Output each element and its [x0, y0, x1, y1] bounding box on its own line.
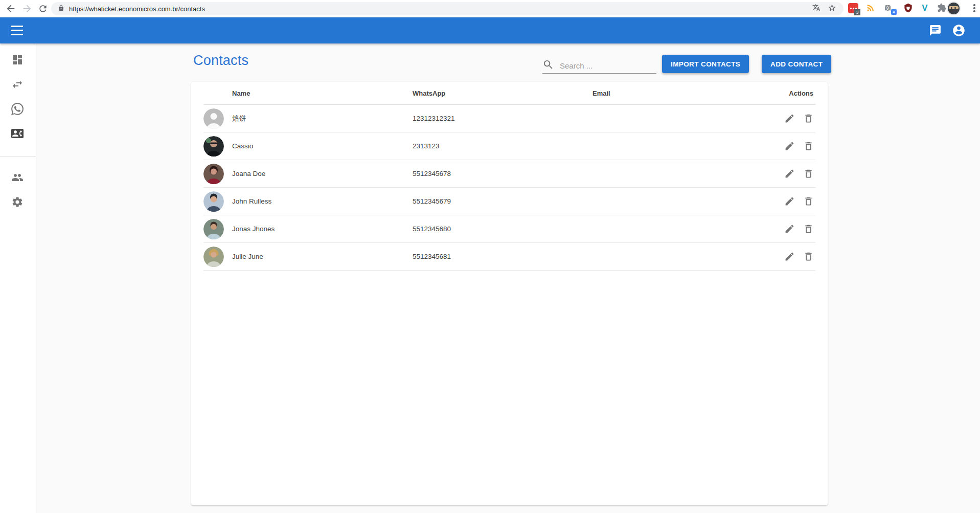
contact-name: Jonas Jhones	[232, 225, 275, 233]
dashboard-icon	[11, 54, 24, 66]
sidebar-item-contacts[interactable]	[0, 121, 36, 146]
edit-icon[interactable]	[783, 111, 796, 125]
delete-icon[interactable]	[802, 167, 815, 181]
forward-icon[interactable]	[21, 3, 33, 14]
contact-whatsapp: 5512345679	[413, 197, 592, 205]
translate-glyph: 文	[885, 5, 891, 11]
contact-name: Julie June	[232, 253, 263, 260]
translate-sub-glyph: A	[891, 9, 897, 15]
delete-icon[interactable]	[802, 139, 815, 153]
avatar	[203, 219, 224, 239]
edit-icon[interactable]	[783, 167, 796, 181]
table-row: 烙饼 12312312321	[203, 105, 815, 132]
table-row: Jonas Jhones 5512345680	[203, 215, 815, 243]
search-field	[542, 58, 656, 74]
header-name: Name	[203, 90, 413, 97]
avatar	[203, 136, 224, 157]
sidebar-item-settings[interactable]	[0, 190, 36, 214]
contact-whatsapp: 12312312321	[413, 115, 592, 122]
ninja-avatar	[948, 3, 960, 14]
edit-icon[interactable]	[783, 250, 796, 263]
main-content: Contacts IMPORT CONTACTS ADD CONTACT Nam…	[36, 43, 980, 513]
table-row: Julie June 5512345681	[203, 243, 815, 271]
screen: https://whaticket.economicros.com.br/con…	[0, 0, 980, 513]
browser-profile-avatar[interactable]	[947, 2, 961, 15]
contact-card-icon	[11, 127, 24, 140]
table-row: John Rulless 5512345679	[203, 188, 815, 215]
browser-menu-icon[interactable]	[969, 3, 980, 14]
edit-icon[interactable]	[783, 222, 796, 236]
address-bar[interactable]: https://whaticket.economicros.com.br/con…	[51, 2, 844, 15]
page-title: Contacts	[193, 53, 248, 69]
translate-icon[interactable]	[812, 4, 821, 14]
gear-icon	[11, 196, 24, 208]
bookmark-star-icon[interactable]	[828, 4, 836, 14]
back-icon[interactable]	[5, 3, 16, 14]
table-row: Joana Doe 5512345678	[203, 160, 815, 188]
delete-icon[interactable]	[802, 194, 815, 208]
browser-toolbar: https://whaticket.economicros.com.br/con…	[0, 0, 980, 17]
header-whatsapp: WhatsApp	[413, 90, 592, 97]
url-text: https://whaticket.economicros.com.br/con…	[69, 5, 812, 13]
contact-name: Joana Doe	[232, 170, 265, 177]
avatar	[203, 191, 224, 212]
sidebar-item-dashboard[interactable]	[0, 48, 36, 72]
contact-whatsapp: 5512345681	[413, 253, 592, 260]
avatar	[203, 108, 224, 129]
whatsapp-icon	[11, 103, 24, 115]
account-circle-icon[interactable]	[951, 24, 966, 38]
search-input[interactable]	[559, 61, 648, 71]
sidebar	[0, 43, 36, 513]
delete-icon[interactable]	[802, 222, 815, 236]
table-row: Cassio 2313123	[203, 132, 815, 160]
extension-badge: 3	[854, 9, 861, 16]
reload-icon[interactable]	[38, 3, 49, 14]
chat-icon[interactable]	[928, 24, 942, 38]
vimium-extension-icon[interactable]: V	[920, 3, 930, 13]
contact-whatsapp: 5512345678	[413, 170, 592, 177]
ublock-extension-icon[interactable]	[903, 3, 914, 13]
add-contact-button[interactable]: ADD CONTACT	[762, 55, 831, 73]
edit-icon[interactable]	[783, 139, 796, 153]
contact-name: John Rulless	[232, 197, 271, 205]
lock-icon	[58, 4, 64, 13]
contact-name: Cassio	[232, 142, 253, 150]
people-icon	[11, 171, 24, 184]
contact-whatsapp: 2313123	[413, 142, 592, 150]
delete-icon[interactable]	[802, 111, 815, 125]
sidebar-item-tickets[interactable]	[0, 97, 36, 121]
google-translate-extension-icon[interactable]: 文 A	[885, 3, 895, 13]
contact-whatsapp: 5512345680	[413, 225, 592, 233]
hamburger-menu-icon[interactable]	[11, 24, 25, 38]
contact-name: 烙饼	[232, 114, 246, 123]
contacts-table-card: Name WhatsApp Email Actions 烙饼 123123123…	[191, 82, 828, 505]
edit-icon[interactable]	[783, 194, 796, 208]
import-contacts-button[interactable]: IMPORT CONTACTS	[662, 55, 749, 73]
avatar	[203, 164, 224, 184]
header-actions: Actions	[783, 90, 815, 97]
avatar	[203, 247, 224, 267]
rss-extension-icon[interactable]	[867, 3, 877, 13]
table-header-row: Name WhatsApp Email Actions	[203, 82, 815, 105]
shell: Contacts IMPORT CONTACTS ADD CONTACT Nam…	[0, 43, 980, 513]
extensions-puzzle-icon[interactable]	[937, 3, 947, 13]
sidebar-item-connections[interactable]	[0, 72, 36, 97]
red-extension-icon[interactable]: 3	[848, 3, 858, 13]
delete-icon[interactable]	[802, 250, 815, 263]
swap-arrows-icon	[11, 78, 24, 91]
sidebar-divider	[0, 156, 36, 157]
app-bar	[0, 17, 980, 43]
sidebar-item-users[interactable]	[0, 165, 36, 190]
header-email: Email	[592, 90, 783, 97]
search-icon	[542, 59, 554, 73]
